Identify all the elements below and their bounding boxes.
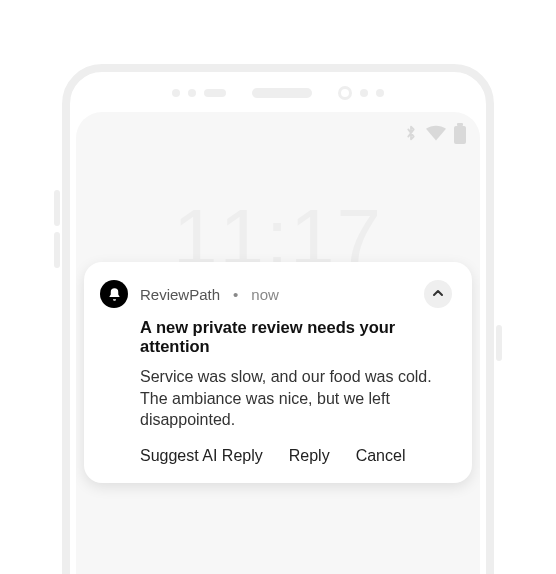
battery-icon [454, 126, 466, 144]
sensor-dot-icon [360, 89, 368, 97]
notification-actions: Suggest AI Reply Reply Cancel [140, 447, 452, 465]
wifi-icon [426, 125, 446, 145]
notification-card[interactable]: ReviewPath • now A new private review ne… [84, 262, 472, 483]
chevron-up-icon [432, 285, 444, 303]
notification-app-name: ReviewPath [140, 286, 220, 303]
sensor-pill-icon [204, 89, 226, 97]
camera-ring-icon [338, 86, 352, 100]
phone-volume-down-button [54, 232, 60, 268]
separator-dot: • [233, 286, 238, 303]
notification-timestamp: now [251, 286, 279, 303]
notification-title: A new private review needs your attentio… [140, 318, 452, 356]
phone-hardware-row [70, 86, 486, 100]
speaker-grille-icon [252, 88, 312, 98]
bell-icon [100, 280, 128, 308]
phone-screen: 11:17 ReviewPath • now [76, 112, 480, 574]
phone-frame: 11:17 ReviewPath • now [62, 64, 494, 574]
notification-header: ReviewPath • now [100, 280, 452, 308]
bluetooth-icon [404, 124, 418, 146]
phone-volume-up-button [54, 190, 60, 226]
sensor-dot-icon [172, 89, 180, 97]
notification-body: A new private review needs your attentio… [100, 318, 452, 465]
phone-power-button [496, 325, 502, 361]
cancel-button[interactable]: Cancel [356, 447, 406, 465]
sensor-dot-icon [188, 89, 196, 97]
collapse-button[interactable] [424, 280, 452, 308]
status-bar [404, 124, 466, 146]
notification-text: Service was slow, and our food was cold.… [140, 366, 452, 431]
sensor-dot-icon [376, 89, 384, 97]
reply-button[interactable]: Reply [289, 447, 330, 465]
suggest-ai-reply-button[interactable]: Suggest AI Reply [140, 447, 263, 465]
